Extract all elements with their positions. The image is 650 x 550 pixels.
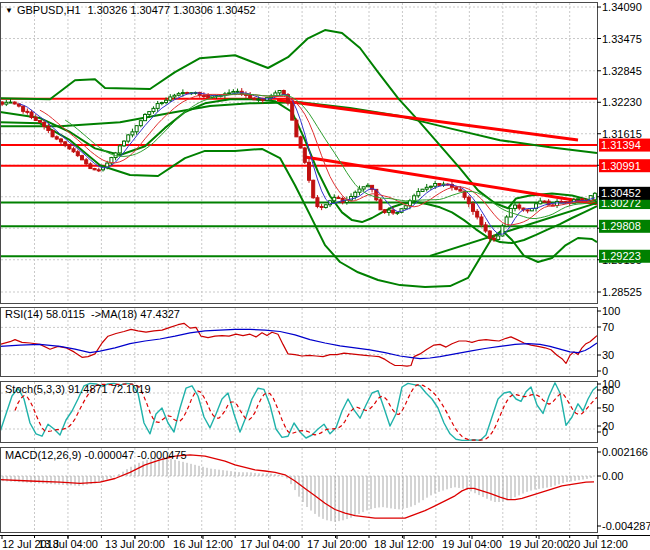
candle-body [404, 206, 407, 209]
candle-body [589, 196, 592, 201]
time-axis-label: 17 Jul 04:00 [240, 538, 300, 550]
candle-body [249, 95, 252, 98]
candle-body [59, 139, 62, 142]
candle-body [181, 93, 184, 94]
candle-body [72, 149, 75, 152]
candle-body [488, 231, 491, 238]
price-level-badge: 1.29223 [601, 250, 641, 262]
main-axis-tick-label: 1.33475 [602, 33, 642, 45]
candle-body [148, 112, 151, 115]
candle-body [518, 205, 521, 208]
candle-body [160, 103, 163, 104]
time-axis-label: 19 Jul 04:00 [442, 538, 502, 550]
macd-axis-tick-label: 0.00 [602, 470, 623, 482]
candle-body [564, 202, 567, 203]
time-axis-label: 13 Jul 20:00 [105, 538, 165, 550]
candle-body [257, 99, 260, 100]
candle-body [118, 146, 121, 153]
stoch-axis-tick-label: 50 [602, 402, 614, 414]
candle-body [337, 197, 340, 198]
chart-canvas[interactable]: 1.340901.334751.328451.322301.316151.310… [0, 0, 650, 550]
candle-body [76, 152, 79, 156]
candle-body [455, 187, 458, 189]
candle-body [43, 122, 46, 126]
candle-body [177, 94, 180, 96]
candle-body [438, 184, 441, 186]
candle-body [97, 170, 100, 171]
rsi-axis-tick-label: 0 [602, 365, 608, 377]
candle-body [26, 111, 29, 112]
main-axis-tick-label: 1.28525 [602, 286, 642, 298]
candle-body [366, 185, 369, 186]
candle-body [312, 180, 315, 197]
candle-body [5, 102, 8, 104]
candle-body [492, 238, 495, 239]
current-price-badge: 1.30452 [601, 187, 641, 199]
price-level-badge: 1.29808 [601, 220, 641, 232]
main-axis-tick-label: 1.31615 [602, 128, 642, 140]
candle-body [379, 200, 382, 210]
candle-body [429, 186, 432, 187]
candle-body [85, 160, 88, 164]
macd-axis-tick-label: -0.004287 [602, 520, 650, 532]
candle-body [152, 108, 155, 111]
candle-body [131, 132, 134, 135]
candle-body [80, 156, 83, 160]
rsi-axis-tick-label: 70 [602, 321, 614, 333]
candle-body [228, 93, 231, 94]
candle-body [295, 120, 298, 137]
macd-axis-tick-label: 0.002166 [602, 446, 648, 458]
candle-body [169, 97, 172, 100]
candle-body [261, 99, 264, 100]
candle-body [383, 210, 386, 213]
candle-body [22, 106, 25, 111]
candle-body [9, 102, 12, 103]
candle-body [202, 96, 205, 97]
candle-body [459, 189, 462, 191]
candle-body [316, 198, 319, 207]
time-axis-label: 20 Jul 12:00 [568, 538, 628, 550]
candle-body [577, 199, 580, 200]
main-axis-tick-label: 1.32845 [602, 65, 642, 77]
candle-body [139, 121, 142, 126]
candle-body [291, 103, 294, 120]
candle-body [324, 205, 327, 208]
candle-body [135, 126, 138, 132]
candle-body [34, 117, 37, 120]
main-axis-tick-label: 1.34090 [602, 1, 642, 13]
candle-body [476, 211, 479, 217]
candle-body [417, 191, 420, 195]
candle-body [333, 197, 336, 200]
time-axis-label: 13 Jul 04:00 [38, 538, 98, 550]
candle-body [539, 201, 542, 204]
candle-body [387, 210, 390, 212]
candle-body [123, 141, 126, 146]
time-axis-label: 16 Jul 12:00 [173, 538, 233, 550]
candle-body [232, 91, 235, 92]
candle-body [156, 104, 159, 109]
candle-body [55, 137, 58, 139]
candle-body [434, 184, 437, 187]
price-level-badge: 1.31394 [601, 139, 641, 151]
candle-body [236, 91, 239, 92]
stoch-axis-tick-label: 0 [602, 426, 608, 438]
candle-body [68, 146, 71, 149]
candle-body [278, 91, 281, 93]
candle-body [560, 201, 563, 202]
candle-body [480, 217, 483, 225]
candle-body [165, 100, 168, 102]
candle-body [543, 201, 546, 202]
candle-body [408, 201, 411, 206]
candle-body [354, 192, 357, 196]
candle-body [392, 210, 395, 213]
time-axis-label: 18 Jul 12:00 [374, 538, 434, 550]
trading-chart-window: 1.340901.334751.328451.322301.316151.310… [0, 0, 650, 550]
candle-body [38, 120, 41, 122]
candle-body [303, 148, 306, 162]
candle-body [253, 98, 256, 100]
candle-body [106, 163, 109, 167]
candle-body [127, 135, 130, 141]
stoch-axis-tick-label: 80 [602, 384, 614, 396]
candle-body [526, 210, 529, 211]
candle-body [484, 225, 487, 231]
